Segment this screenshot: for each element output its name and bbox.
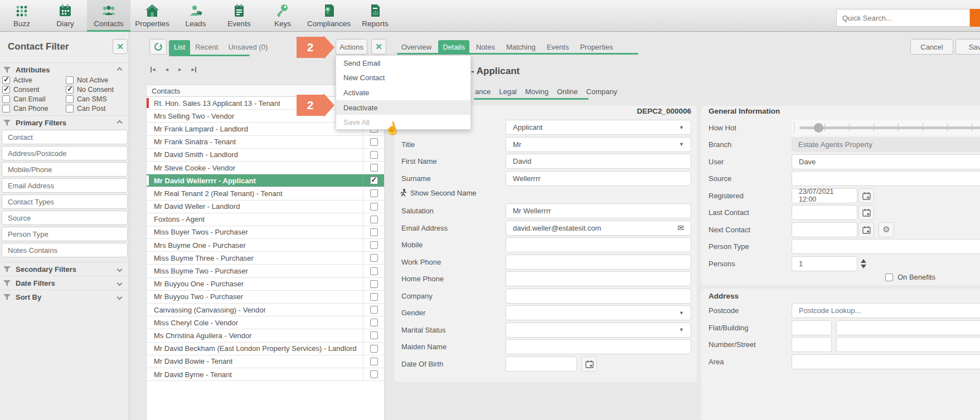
envelope-icon[interactable]: ✉ xyxy=(677,223,684,232)
attribute-checkbox[interactable]: Can SMS xyxy=(66,95,128,103)
registered-field[interactable]: 23/07/2021 12:00 xyxy=(792,188,857,203)
list-view-tab[interactable]: List xyxy=(169,40,190,55)
next-page-button[interactable]: ▸ xyxy=(178,66,182,73)
detail-subtab[interactable]: Online xyxy=(557,87,578,96)
nav-item-keys[interactable]: Keys xyxy=(261,0,304,31)
detail-tab[interactable]: Notes xyxy=(472,40,499,55)
last-page-button[interactable]: ▸ xyxy=(192,66,197,73)
list-item[interactable]: Miss Buyme Three - Purchaser xyxy=(147,252,384,265)
filter-field[interactable]: Mobile/Phone xyxy=(2,162,128,177)
row-checkbox[interactable] xyxy=(370,216,378,223)
person-type-field[interactable] xyxy=(792,239,980,254)
filter-field[interactable]: Contact xyxy=(2,130,128,144)
list-item[interactable]: Mr David Bowie - Tenant xyxy=(147,355,384,368)
detail-tab[interactable]: Properties xyxy=(575,40,617,55)
filter-field[interactable]: Source xyxy=(2,211,128,225)
row-checkbox[interactable] xyxy=(370,228,378,236)
company-field[interactable] xyxy=(506,289,691,304)
previous-page-button[interactable]: ◂ xyxy=(166,66,169,73)
close-filter-button[interactable]: ✕ xyxy=(113,39,128,54)
show-second-name-link[interactable]: Show Second Name xyxy=(400,189,477,197)
attribute-checkbox[interactable]: Active xyxy=(2,76,66,84)
refresh-button[interactable] xyxy=(149,39,167,55)
building-name-field[interactable] xyxy=(836,320,980,335)
filter-field[interactable]: Contact Types xyxy=(2,194,128,209)
mobile-field[interactable] xyxy=(506,237,691,252)
last-contact-calendar-button[interactable] xyxy=(858,205,874,220)
detail-subtab[interactable]: Moving xyxy=(525,87,549,96)
row-checkbox[interactable] xyxy=(370,151,378,159)
list-item[interactable]: Mr David Beckham (East London Property S… xyxy=(147,343,384,355)
postcode-lookup-input[interactable] xyxy=(792,303,980,318)
list-item[interactable]: Canvassing (Canvassing) - Vendor xyxy=(147,304,384,316)
title-select[interactable]: Mr ▼ xyxy=(506,137,691,152)
attribute-checkbox[interactable]: Consent xyxy=(2,86,66,94)
nav-item-reports[interactable]: Reports xyxy=(353,0,397,31)
section-attributes[interactable]: Attributes xyxy=(0,62,129,77)
quick-search-button[interactable] xyxy=(970,9,980,27)
row-checkbox[interactable] xyxy=(370,241,378,249)
list-item[interactable]: Miss Cheryl Cole - Vendor xyxy=(147,316,384,329)
user-field[interactable]: Dave xyxy=(792,154,980,169)
list-item[interactable]: Mr David Byrne - Tenant xyxy=(147,368,384,381)
attribute-checkbox[interactable]: Can Email xyxy=(2,95,66,103)
detail-tab[interactable]: Overview xyxy=(397,40,436,55)
filter-field[interactable]: Notes Contains xyxy=(2,243,128,257)
list-item[interactable]: Mr Buyyou One - Purchaser xyxy=(147,278,384,291)
slider-handle[interactable] xyxy=(814,123,823,133)
detail-tab[interactable]: Matching xyxy=(502,40,540,55)
collapsed-section[interactable]: Sort By xyxy=(0,290,129,304)
detail-subtab[interactable]: ance xyxy=(475,87,491,96)
list-item[interactable]: Foxtons - Agent xyxy=(147,213,384,226)
street-name-field[interactable] xyxy=(836,337,980,352)
menu-item[interactable]: Deactivate xyxy=(336,100,470,115)
gender-select[interactable]: ▼ xyxy=(506,305,691,320)
step-up-icon[interactable] xyxy=(861,259,866,263)
next-contact-field[interactable] xyxy=(792,222,857,237)
nav-item-contacts[interactable]: Contacts xyxy=(87,0,130,31)
attribute-checkbox[interactable]: No Consent xyxy=(66,86,128,94)
list-item[interactable]: Miss Buyer Twos - Purchaser xyxy=(147,226,384,239)
contact-type-select[interactable]: Applicant ▼ xyxy=(506,120,691,135)
close-actions-button[interactable]: ✕ xyxy=(371,39,386,55)
collapsed-section[interactable]: Secondary Filters xyxy=(0,262,129,276)
filter-field[interactable]: Email Address xyxy=(2,178,128,193)
list-item[interactable]: Mr Steve Cooke - Vendor xyxy=(147,162,384,174)
next-contact-calendar-button[interactable] xyxy=(858,222,874,237)
list-item[interactable]: Mr Buyyou Two - Purchaser xyxy=(147,291,384,304)
first-name-field[interactable]: David xyxy=(506,154,691,169)
list-item[interactable]: Miss Buyme Two - Purchaser xyxy=(147,265,384,277)
checkbox[interactable] xyxy=(66,86,74,94)
area-field[interactable] xyxy=(792,354,980,369)
row-checkbox[interactable] xyxy=(370,267,378,275)
row-checkbox[interactable] xyxy=(370,345,378,353)
save-button[interactable]: Save xyxy=(955,39,980,55)
salutation-field[interactable]: Mr Wellerrrr xyxy=(506,203,691,218)
surname-field[interactable]: Wellerrrr xyxy=(506,171,691,186)
next-contact-settings-button[interactable]: ⚙ xyxy=(879,222,894,237)
row-checkbox[interactable] xyxy=(370,203,378,211)
list-item[interactable]: Mrs Buyme One - Purchaser xyxy=(147,239,384,252)
quick-search-input[interactable] xyxy=(836,9,970,27)
row-checkbox[interactable] xyxy=(370,358,378,365)
row-checkbox[interactable] xyxy=(370,189,378,197)
row-checkbox[interactable] xyxy=(370,138,378,146)
last-contact-field[interactable] xyxy=(792,205,857,220)
collapsed-section[interactable]: Date Filters xyxy=(0,276,129,290)
row-checkbox[interactable] xyxy=(370,164,378,172)
marital-status-select[interactable]: ▼ xyxy=(506,323,691,338)
section-primary-filters[interactable]: Primary Filters xyxy=(0,115,129,130)
registered-calendar-button[interactable] xyxy=(858,188,874,203)
row-checkbox[interactable] xyxy=(370,177,378,184)
list-view-tab[interactable]: Recent xyxy=(190,40,223,55)
on-benefits-checkbox[interactable] xyxy=(885,274,893,281)
row-checkbox[interactable] xyxy=(370,370,378,378)
attribute-checkbox[interactable]: Can Post xyxy=(66,105,128,113)
checkbox[interactable] xyxy=(66,76,74,84)
menu-item[interactable]: Save All xyxy=(336,115,470,130)
nav-item-diary[interactable]: Diary xyxy=(43,0,87,31)
detail-subtab[interactable]: Legal xyxy=(499,87,517,96)
row-checkbox[interactable] xyxy=(370,331,378,339)
street-number-field[interactable] xyxy=(792,337,832,352)
list-item[interactable]: Mr Real Tenant 2 (Real Tenant) - Tenant xyxy=(147,187,384,200)
